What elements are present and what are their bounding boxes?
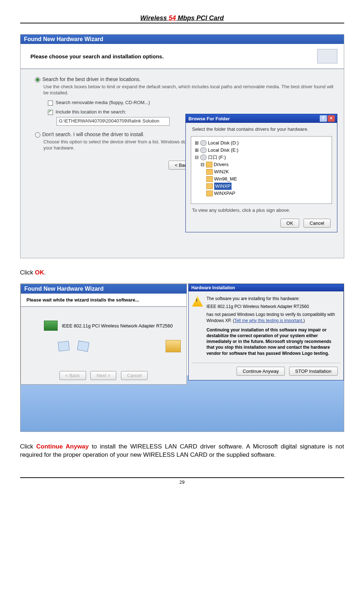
radio-search-best-desc: Use the check boxes below to limit or ex… xyxy=(44,84,337,96)
footer-separator xyxy=(20,477,344,478)
browse-for-folder-dialog: Browse For Folder ? × Select the folder … xyxy=(185,114,337,232)
device-icon xyxy=(317,49,337,63)
cancel-button: Cancel xyxy=(121,371,148,380)
back-button: < Back xyxy=(59,371,86,380)
bff-message: Select the folder that contains drivers … xyxy=(186,123,337,134)
hardware-installation-dialog: Hardware Installation The software you a… xyxy=(188,284,344,380)
tree-win98[interactable]: Win98_ME xyxy=(214,175,237,183)
hw-title: Hardware Installation xyxy=(189,284,343,291)
wizard1-heading: Please choose your search and installati… xyxy=(31,53,164,59)
install-wizard: Found New Hardware Wizard Please wait wh… xyxy=(21,284,187,385)
tree-e[interactable]: Local Disk (E:) xyxy=(208,147,239,154)
tree-d[interactable]: Local Disk (D:) xyxy=(208,139,239,147)
radio-dont-search[interactable] xyxy=(35,132,40,138)
bff-title: Browse For Folder xyxy=(189,116,230,121)
folder-icon xyxy=(166,340,181,352)
hw-warning-bold: Continuing your installation of this sof… xyxy=(207,327,338,356)
checkbox-include-location[interactable] xyxy=(48,110,53,115)
tree-win2k[interactable]: WIN2K xyxy=(214,168,229,175)
folder-icon xyxy=(206,162,212,168)
wizard1-title: Found New Hardware Wizard xyxy=(21,35,344,44)
help-icon[interactable]: ? xyxy=(320,115,327,122)
path-input[interactable]: G:\ETHERWAN40709\20040709\Ralink Solutio… xyxy=(57,117,170,126)
hw-link[interactable]: Tell me why this testing is important. xyxy=(234,318,304,323)
checkbox-include-location-label: Include this location in the search: xyxy=(56,109,126,115)
inst-pre: Click xyxy=(20,443,36,450)
figure-2: Found New Hardware Wizard Please wait wh… xyxy=(20,283,344,432)
warning-icon xyxy=(192,296,203,307)
page-header: Wireless 54 Mbps PCI Card xyxy=(20,14,344,23)
hw-device: IEEE 802.11g PCI Wireless Network Adapte… xyxy=(207,304,338,309)
radio-search-best-label: Search for the best driver in these loca… xyxy=(42,76,141,82)
ok-button[interactable]: OK xyxy=(280,219,300,228)
inst-red: Continue Anyway xyxy=(36,443,89,450)
folder-icon xyxy=(206,169,213,175)
wizard2-title: Found New Hardware Wizard xyxy=(21,284,187,294)
next-button: Next > xyxy=(90,371,116,380)
figure-1: Found New Hardware Wizard Please choose … xyxy=(20,34,344,258)
folder-icon xyxy=(206,191,213,196)
checkbox-removable-label: Search removable media (floppy, CD-ROM..… xyxy=(56,100,150,105)
paper-icon xyxy=(77,341,89,352)
checkbox-removable[interactable] xyxy=(48,101,53,106)
folder-tree[interactable]: ⊞ Local Disk (D:) ⊞ Local Disk (E:) ⊟ 口口… xyxy=(191,136,332,204)
tree-winxpap[interactable]: WINXPAP xyxy=(214,190,235,197)
tree-winxp[interactable]: WINXP xyxy=(214,183,232,190)
continue-anyway-button[interactable]: Continue Anyway xyxy=(237,367,285,376)
folder-icon xyxy=(206,183,213,189)
click-ok-pre: Click xyxy=(20,269,35,276)
cancel-button[interactable]: Cancel xyxy=(304,219,330,228)
page-number: 29 xyxy=(20,479,344,485)
tree-f[interactable]: 口口 (F:) xyxy=(208,154,226,161)
paper-icon xyxy=(58,341,69,352)
hw-l3b: ) xyxy=(304,318,305,323)
stop-installation-button[interactable]: STOP Installation xyxy=(289,367,338,376)
bff-hint: To view any subfolders, click a plus sig… xyxy=(186,206,337,216)
instruction-click-ok: Click OK. xyxy=(20,269,344,276)
disk-icon xyxy=(200,155,207,160)
header-suffix: Mbps PCI Card xyxy=(176,14,224,22)
wizard2-heading: Please wait while the wizard installs th… xyxy=(27,297,139,303)
radio-dont-search-label: Don't search. I will choose the driver t… xyxy=(42,131,145,137)
click-ok-red: OK xyxy=(35,269,44,276)
radio-search-best[interactable] xyxy=(35,77,40,82)
disk-icon xyxy=(200,147,207,153)
click-ok-post: . xyxy=(44,269,46,276)
chip-icon xyxy=(44,321,58,331)
close-icon[interactable]: × xyxy=(328,115,335,122)
folder-icon xyxy=(206,176,213,182)
header-prefix: Wireless xyxy=(140,14,169,22)
tree-drivers[interactable]: Drivers xyxy=(214,161,229,168)
hw-line1: The software you are installing for this… xyxy=(207,296,338,302)
device-name: IEEE 802.11g PCI Wireless Network Adapte… xyxy=(62,323,173,329)
header-red: 54 xyxy=(168,14,176,22)
instruction-continue-anyway: Click Continue Anyway to install the WIR… xyxy=(20,443,344,459)
disk-icon xyxy=(200,140,207,146)
